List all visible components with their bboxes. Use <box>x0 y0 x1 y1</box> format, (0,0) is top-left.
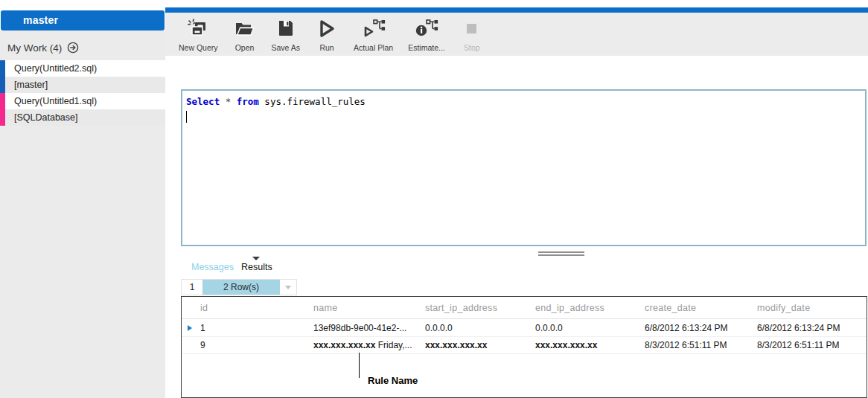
estimate-label: Estimate... <box>408 43 445 52</box>
sidebar-item-0[interactable]: Query(Untitled2.sql) <box>0 60 165 77</box>
column-header-end_ip_address[interactable]: end_ip_address <box>535 297 604 319</box>
result-set-dropdown[interactable] <box>280 286 296 289</box>
sidebar-item-1[interactable]: [master] <box>0 77 165 93</box>
tab-messages[interactable]: Messages <box>191 262 234 272</box>
cell: 0.0.0.0 <box>535 320 563 337</box>
estimate-icon <box>414 17 439 41</box>
row-count-badge[interactable]: 2 Row(s) <box>202 280 280 295</box>
cell: 9 <box>200 337 205 354</box>
work-list: Query(Untitled2.sql)[master]Query(Untitl… <box>0 60 165 126</box>
run-button[interactable]: Run <box>307 13 346 56</box>
sidebar-item-3[interactable]: [SQLDatabase] <box>0 109 165 126</box>
results-grid: idnamestart_ip_addressend_ip_addresscrea… <box>181 296 867 398</box>
chevron-down-icon <box>252 257 260 260</box>
actual-plan-label: Actual Plan <box>354 43 393 52</box>
save-as-label: Save As <box>272 43 301 52</box>
my-work-section[interactable]: My Work (4) <box>0 31 165 60</box>
actual-plan-button[interactable]: Actual Plan <box>346 13 401 56</box>
sidebar: master My Work (4) Query(Untitled2.sql)[… <box>0 0 165 398</box>
column-header-id[interactable]: id <box>200 297 208 319</box>
column-header-name[interactable]: name <box>313 297 337 319</box>
table-row[interactable]: 9xxx.xxx.xxx.xx Friday,...xxx.xxx.xxx.xx… <box>182 337 867 354</box>
open-icon <box>234 17 256 41</box>
column-header-start_ip_address[interactable]: start_ip_address <box>425 297 497 319</box>
my-work-label: My Work (4) <box>7 42 62 54</box>
result-set-strip: 1 2 Row(s) <box>181 279 297 295</box>
top-accent-bar <box>165 7 868 13</box>
estimate-button[interactable]: Estimate... <box>401 13 453 56</box>
stop-label: Stop <box>464 43 480 52</box>
cell: 8/3/2012 6:51:11 PM <box>757 337 840 354</box>
splitter-handle[interactable] <box>538 251 584 256</box>
save-as-button[interactable]: Save As <box>264 13 308 56</box>
arrow-circle-icon[interactable] <box>67 42 79 54</box>
sql-line-2 <box>186 109 861 125</box>
actual-plan-icon <box>361 17 386 41</box>
result-set-index[interactable]: 1 <box>182 282 202 292</box>
save-as-icon <box>275 17 297 41</box>
cell: 13ef98db-9e00-41e2-... <box>313 320 406 337</box>
selected-row-indicator-icon <box>188 325 192 331</box>
stop-button[interactable]: Stop <box>453 13 491 56</box>
cell: 8/3/2012 6:51:11 PM <box>645 337 727 354</box>
stop-icon <box>461 17 483 41</box>
table-row[interactable]: 113ef98db-9e00-41e2-...0.0.0.00.0.0.06/8… <box>182 320 867 337</box>
cell: xxx.xxx.xxx.xx Friday,... <box>313 337 412 354</box>
new-query-button[interactable]: New Query <box>171 13 226 56</box>
column-header-modify_date[interactable]: modify_date <box>757 297 810 319</box>
annotation-label: Rule Name <box>368 375 418 386</box>
app-window: master My Work (4) Query(Untitled2.sql)[… <box>0 0 868 398</box>
sql-editor[interactable]: Select * from sys.firewall_rules <box>181 89 867 246</box>
cell: 1 <box>200 320 205 337</box>
database-header[interactable]: master <box>1 10 165 31</box>
chevron-down-icon <box>285 286 291 289</box>
run-label: Run <box>319 43 334 52</box>
tab-results[interactable]: Results <box>241 262 272 272</box>
sidebar-item-2[interactable]: Query(Untitled1.sql) <box>0 93 165 109</box>
cell: 0.0.0.0 <box>425 320 453 337</box>
new-query-icon <box>187 17 209 41</box>
sidebar-body: My Work (4) Query(Untitled2.sql)[master]… <box>0 31 165 398</box>
open-label: Open <box>235 43 255 52</box>
cell: 6/8/2012 6:13:24 PM <box>757 320 840 337</box>
sql-line-1: Select * from sys.firewall_rules <box>186 94 861 109</box>
toolbar: New Query Open Save As <box>165 13 868 56</box>
grid-header-row: idnamestart_ip_addressend_ip_addresscrea… <box>182 297 867 319</box>
text-caret <box>186 111 187 123</box>
column-header-create_date[interactable]: create_date <box>645 297 696 319</box>
cell: xxx.xxx.xxx.xx <box>425 337 487 354</box>
run-icon <box>316 17 338 41</box>
open-button[interactable]: Open <box>226 13 264 56</box>
cell: xxx.xxx.xxx.xx <box>535 337 597 354</box>
annotation-line <box>359 353 360 378</box>
new-query-label: New Query <box>179 43 218 52</box>
cell: 6/8/2012 6:13:24 PM <box>645 320 727 337</box>
